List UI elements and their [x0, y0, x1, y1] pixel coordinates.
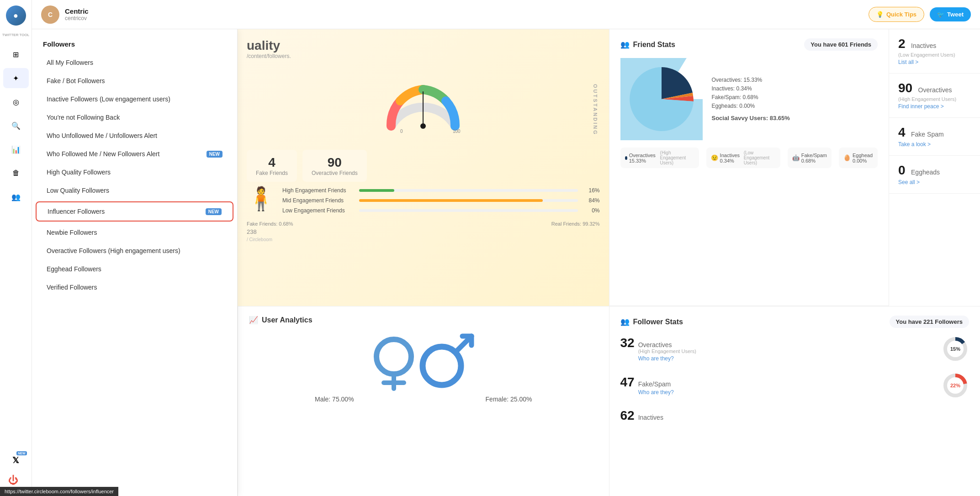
followers-dropdown: Followers All My Followers Fake / Bot Fo… [32, 29, 238, 496]
user-info: Centric centricov [65, 7, 89, 21]
credit: / Circleboom [247, 237, 600, 242]
overactive-friends-number: 90 [312, 155, 358, 170]
eggheads-number: 0 [898, 163, 906, 177]
dropdown-item-inactive[interactable]: Inactive Followers (Low engagement users… [36, 90, 233, 108]
eggheads-label: Eggheads [911, 169, 940, 176]
mid-engagement-fill [359, 199, 543, 202]
mid-engagement-row: Mid Engagement Friends 84% [282, 197, 600, 204]
dropdown-title: Followers [32, 37, 237, 53]
app-name: TWITTER TOOL [2, 33, 29, 37]
fake-friends-label: Fake Friends [256, 170, 288, 176]
dropdown-item-low-quality[interactable]: Low Quality Followers [36, 181, 233, 200]
social-savvy-label: Social Savvy Users: 83.65% [712, 115, 790, 121]
female-pct: Female: 25.00% [486, 396, 532, 403]
friend-pct-labels: Fake Friends: 0.68% Real Friends: 99.32% [247, 221, 600, 227]
power-icon: ⏻ [7, 474, 20, 487]
display-name: Centric [65, 7, 89, 15]
sidebar-item-chart[interactable]: 📊 [3, 139, 29, 159]
sidebar-item-grid[interactable]: ⊞ [3, 44, 29, 64]
overactive-friends-label: Overactive Friends [312, 170, 358, 176]
sidebar-item-twitter-x[interactable]: 𝕏 NEW [3, 450, 29, 470]
gauge-area: 0 100 [247, 67, 600, 144]
dropdown-item-verified[interactable]: Verified Followers [36, 278, 233, 296]
dropdown-item-new-followers[interactable]: Who Followed Me / New Followers Alert NE… [36, 145, 233, 163]
dropdown-item-egghead[interactable]: Egghead Followers [36, 260, 233, 278]
new-badge: NEW [16, 451, 26, 455]
users-icon: 👥 [10, 190, 22, 203]
overactives-number: 90 [898, 81, 912, 95]
avatar: C [41, 5, 59, 24]
overactives-link[interactable]: Find inner peace > [898, 103, 944, 110]
pie-chart [620, 58, 703, 140]
handle: centricov [65, 15, 89, 21]
follower-inactives-row: 62 Inactives [620, 408, 969, 423]
follower-stats-badge: You have 221 Followers [890, 316, 969, 328]
overactive-friends-box: 90 Overactive Friends [302, 150, 367, 182]
follower-fake-spam-label: Fake/Spam [638, 380, 674, 388]
stats-pills-row: Overactives 15.33% (High Engagement User… [620, 148, 878, 168]
sidebar-item-circle[interactable]: ◎ [3, 92, 29, 112]
right-stats-panel: 2 Inactives (Low Engagement Users) List … [889, 29, 980, 306]
fake-friends-pct: Fake Friends: 0.68% [247, 221, 293, 227]
overactives-donut: 15% [942, 335, 969, 363]
dropdown-item-high-quality[interactable]: High Quality Followers [36, 163, 233, 181]
low-engagement-pct: 0% [582, 207, 600, 214]
friend-stats-icon: 👥 [620, 40, 630, 49]
real-friends-pct: Real Friends: 99.32% [551, 221, 600, 227]
search-icon: 🔍 [10, 119, 22, 132]
avatar-initial: C [48, 11, 53, 18]
new-tag-influencer: NEW [206, 208, 222, 215]
sidebar-item-search[interactable]: 🔍 [3, 116, 29, 136]
pie-legend: Overactives: 15.33% Inactives: 0.34% Fak… [712, 77, 790, 121]
dot-overactives [625, 156, 627, 160]
friend-stats-badge: You have 601 Friends [804, 38, 878, 51]
legend-overactives: Overactives: 15.33% [712, 77, 790, 83]
high-engagement-label: High Engagement Friends [282, 187, 355, 194]
inactives-link[interactable]: List all > [898, 59, 918, 65]
user-analytics-card: 📈 User Analytics [238, 306, 609, 496]
pill-inactives: 😟 Inactives 0.34% (Low Engagement Users) [706, 148, 780, 168]
eggheads-link[interactable]: See all > [898, 179, 920, 185]
dropdown-item-fake-bot[interactable]: Fake / Bot Followers [36, 72, 233, 90]
follower-fake-spam-link[interactable]: Who are they? [638, 389, 674, 396]
overactives-label: Overactives [918, 86, 952, 94]
content-body: Followers All My Followers Fake / Bot Fo… [32, 29, 980, 496]
dropdown-item-influencer[interactable]: Influencer Followers NEW [36, 201, 233, 222]
male-symbol [417, 332, 476, 391]
dropdown-item-overactive[interactable]: Overactive Followers (High engagement us… [36, 242, 233, 260]
dropdown-item-all-followers[interactable]: All My Followers [36, 53, 233, 72]
dropdown-item-unfollowed[interactable]: Who Unfollowed Me / Unfollowers Alert [36, 127, 233, 145]
fake-spam-donut: 22% [942, 372, 969, 399]
tweet-button[interactable]: 🐦 Tweet [930, 7, 971, 21]
friend-stats-card: 👥 Friend Stats You have 601 Friends [609, 29, 889, 306]
follower-overactives-link[interactable]: Who are they? [638, 355, 674, 362]
fake-spam-link[interactable]: Take a look > [898, 141, 931, 148]
svg-point-5 [376, 339, 411, 374]
pill-egghead: 🥚 Egghead 0.00% [839, 148, 878, 168]
follower-fake-spam-row: 47 Fake/Spam Who are they? [620, 372, 969, 399]
dropdown-item-not-following-back[interactable]: You're not Following Back [36, 108, 233, 127]
high-engagement-pct: 16% [582, 187, 600, 194]
sidebar-item-users[interactable]: 👥 [3, 187, 29, 207]
pill-overactives-label: Overactives 15.33% [629, 153, 658, 164]
circle-icon: ◎ [10, 95, 22, 108]
total-friends: 238 [247, 228, 600, 235]
low-engagement-track [359, 209, 578, 212]
main-area: C Centric centricov 💡 Quick Tips 🐦 Tweet… [32, 0, 980, 496]
sidebar-item-network[interactable]: ✦ [3, 68, 29, 88]
app-logo: ● [6, 5, 26, 26]
top-header: C Centric centricov 💡 Quick Tips 🐦 Tweet [32, 0, 980, 29]
follower-overactives-sublabel: (High Engagement Users) [638, 348, 696, 354]
mid-engagement-track [359, 199, 578, 202]
twitter-icon: 🐦 [937, 11, 944, 18]
quick-tips-button[interactable]: 💡 Quick Tips [869, 7, 924, 22]
follower-inactives-label: Inactives [638, 414, 663, 421]
low-engagement-row: Low Engagement Friends 0% [282, 207, 600, 214]
male-pct: Male: 75.00% [315, 396, 354, 403]
tweet-label: Tweet [947, 11, 964, 18]
inactives-label: Inactives [911, 42, 936, 49]
quality-title: uality [247, 38, 600, 53]
dropdown-item-newbie[interactable]: Newbie Followers [36, 223, 233, 242]
legend-eggheads: Eggheads: 0.00% [712, 103, 790, 109]
sidebar-item-trash[interactable]: 🗑 [3, 163, 29, 183]
